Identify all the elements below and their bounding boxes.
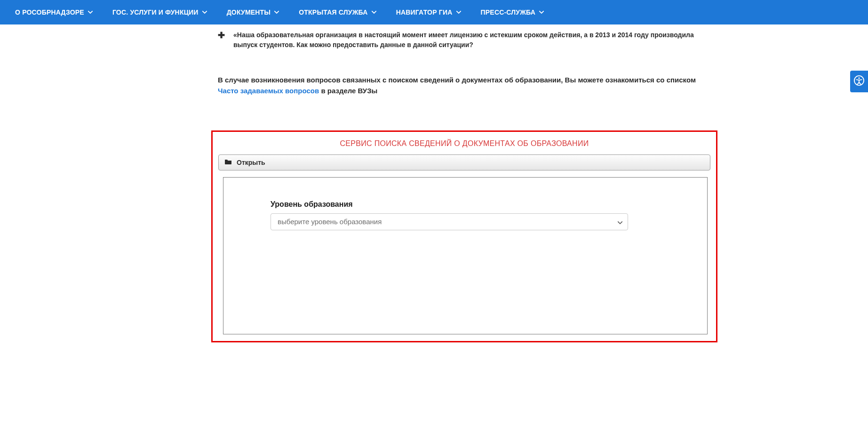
open-bar[interactable]: Открыть: [218, 154, 710, 170]
chevron-down-icon: [372, 10, 376, 15]
intro-suffix: в разделе ВУЗы: [321, 87, 377, 95]
chevron-down-icon: [456, 10, 461, 15]
folder-open-icon: [224, 158, 232, 167]
education-level-select[interactable]: выберите уровень образования: [271, 213, 628, 230]
plus-icon: ✚: [218, 31, 225, 40]
intro-paragraph: В случае возникновения вопросов связанны…: [218, 74, 717, 97]
nav-item-open-service[interactable]: ОТКРЫТАЯ СЛУЖБА: [299, 8, 376, 16]
education-level-select-wrap: выберите уровень образования: [271, 213, 628, 230]
inner-panel: Уровень образования выберите уровень обр…: [223, 177, 708, 334]
nav-item-label: ДОКУМЕНТЫ: [227, 8, 271, 16]
chevron-down-icon: [539, 10, 544, 15]
top-nav: О РОСОБРНАДЗОРЕ ГОС. УСЛУГИ И ФУНКЦИИ ДО…: [0, 0, 868, 24]
chevron-down-icon: [274, 10, 279, 15]
nav-item-press[interactable]: ПРЕСС-СЛУЖБА: [481, 8, 544, 16]
nav-item-label: О РОСОБРНАДЗОРЕ: [15, 8, 84, 16]
search-service-box: СЕРВИС ПОИСКА СВЕДЕНИЙ О ДОКУМЕНТАХ ОБ О…: [211, 130, 717, 342]
nav-item-label: НАВИГАТОР ГИА: [396, 8, 453, 16]
faq-link[interactable]: Часто задаваемых вопросов: [218, 87, 319, 95]
nav-item-gia-navigator[interactable]: НАВИГАТОР ГИА: [396, 8, 461, 16]
accessibility-icon: [854, 75, 864, 88]
open-bar-label: Открыть: [237, 159, 265, 166]
nav-item-label: ОТКРЫТАЯ СЛУЖБА: [299, 8, 367, 16]
nav-item-label: ПРЕСС-СЛУЖБА: [481, 8, 536, 16]
faq-item[interactable]: ✚ «Наша образовательная организация в на…: [218, 28, 717, 57]
select-placeholder: выберите уровень образования: [278, 218, 382, 226]
intro-prefix: В случае возникновения вопросов связанны…: [218, 76, 696, 84]
nav-item-documents[interactable]: ДОКУМЕНТЫ: [227, 8, 279, 16]
accessibility-tab[interactable]: [850, 71, 868, 92]
nav-item-services[interactable]: ГОС. УСЛУГИ И ФУНКЦИИ: [112, 8, 207, 16]
faq-item-text: «Наша образовательная организация в наст…: [233, 30, 717, 50]
page-content: ✚ «Наша образовательная организация в на…: [218, 24, 717, 342]
chevron-down-icon: [202, 10, 207, 15]
nav-item-label: ГОС. УСЛУГИ И ФУНКЦИИ: [112, 8, 199, 16]
education-level-label: Уровень образования: [271, 200, 691, 209]
service-title: СЕРВИС ПОИСКА СВЕДЕНИЙ О ДОКУМЕНТАХ ОБ О…: [218, 139, 710, 148]
chevron-down-icon: [88, 10, 93, 15]
nav-item-about[interactable]: О РОСОБРНАДЗОРЕ: [15, 8, 93, 16]
svg-point-1: [858, 77, 860, 79]
